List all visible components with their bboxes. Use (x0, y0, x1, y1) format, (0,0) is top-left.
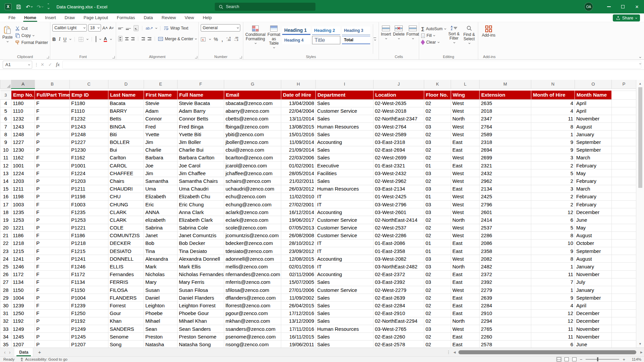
cell[interactable]: Uma (144, 185, 178, 193)
cell[interactable]: P1253 (70, 216, 108, 224)
cell[interactable]: 02-NorthEast-2294 (374, 317, 424, 325)
gallery-more-button[interactable] (373, 24, 377, 54)
customize-qat-icon[interactable] (48, 4, 49, 10)
cell[interactable]: P (35, 138, 70, 146)
cell[interactable]: Sales (316, 154, 374, 161)
style-heading-1[interactable]: Heading 1 (282, 27, 310, 35)
cell[interactable]: Customer Service (316, 216, 374, 224)
cell[interactable]: Janet (144, 231, 178, 239)
vertical-scroll-thumb[interactable] (638, 87, 642, 188)
cell[interactable]: 2086 (480, 239, 531, 247)
cell[interactable]: 12 (531, 208, 575, 216)
cell[interactable]: 2286 (480, 231, 531, 239)
cell[interactable]: 02-West-2286 (374, 231, 424, 239)
align-right-icon[interactable] (131, 37, 135, 40)
cell[interactable]: F1215 (70, 247, 108, 255)
cell[interactable]: April (575, 99, 612, 107)
cell[interactable] (612, 169, 636, 177)
font-name-select[interactable]: Calibri Light (52, 24, 87, 32)
cell[interactable]: P1004 (70, 294, 108, 302)
cell[interactable]: 02-West-2699 (374, 154, 424, 161)
find-select-button[interactable]: Find & Select (462, 24, 476, 54)
cell[interactable]: 1248 (11, 131, 35, 138)
cell[interactable]: 02-West-2589 (374, 131, 424, 138)
cell[interactable]: Senome (108, 333, 144, 341)
cell[interactable]: 11/02/2010 (281, 193, 316, 200)
cell[interactable]: P (35, 294, 70, 302)
column-header-C[interactable]: C (70, 80, 108, 89)
cell[interactable]: 13/11/2014 (281, 115, 316, 122)
cell[interactable]: 2347 (480, 115, 531, 122)
cell[interactable]: mkhan@zenco.com (224, 317, 281, 325)
format-painter-button[interactable]: Format Painter (15, 40, 48, 45)
cell[interactable]: Anna Clark (178, 208, 224, 216)
cell[interactable]: 13/12/2009 (281, 317, 316, 325)
cell[interactable]: FLANDERS (108, 294, 144, 302)
cell[interactable]: 21/09/2014 (281, 146, 316, 154)
cell[interactable]: East (451, 146, 480, 154)
cell[interactable]: 02 (424, 216, 451, 224)
row-number[interactable]: 24 (0, 255, 11, 263)
cell[interactable]: West (451, 177, 480, 185)
cell[interactable]: P (35, 255, 70, 263)
cell[interactable]: nfernandes@zenco.com (224, 270, 281, 278)
cell[interactable]: Sales (316, 317, 374, 325)
cell[interactable] (612, 286, 636, 294)
cell[interactable]: 03 (424, 169, 451, 177)
cell[interactable]: SANDERS (108, 325, 144, 332)
cell[interactable]: F (35, 286, 70, 294)
cell[interactable]: 2279 (480, 286, 531, 294)
cell[interactable]: P (35, 333, 70, 341)
cell[interactable]: 1227 (11, 138, 35, 146)
cell[interactable]: CHAFFEE (108, 169, 144, 177)
cell[interactable]: 2699 (480, 154, 531, 161)
cell[interactable]: Customer Service (316, 231, 374, 239)
cell[interactable]: 11/09/2002 (281, 294, 316, 302)
row-number[interactable]: 28 (0, 286, 11, 294)
cell[interactable]: Jim (144, 169, 178, 177)
cell[interactable]: 03 (424, 255, 451, 263)
cell[interactable]: 1 (531, 286, 575, 294)
search-input[interactable]: Search (215, 3, 315, 11)
cell[interactable]: echung@zenco.com (224, 200, 281, 208)
cell[interactable]: Jim Chaffee (178, 169, 224, 177)
cell[interactable]: 02 (424, 309, 451, 317)
cell[interactable]: ssanders@zenco.com (224, 325, 281, 332)
increase-font-icon[interactable]: A˄ (102, 25, 108, 31)
cell[interactable]: mellis@zenco.com (224, 263, 281, 270)
cell[interactable]: East (451, 138, 480, 146)
cell[interactable] (612, 123, 636, 131)
cell[interactable]: Human Resources (316, 123, 374, 131)
cell[interactable] (612, 278, 636, 286)
cell[interactable]: P (35, 131, 70, 138)
cell[interactable]: ELLIS (108, 263, 144, 270)
cell[interactable]: 1207 (11, 341, 35, 348)
increase-decimal-icon[interactable]: ←.0.00 (227, 37, 231, 42)
cell[interactable]: 02 (424, 302, 451, 309)
cell[interactable]: April (575, 107, 612, 115)
cell[interactable]: 02-East-2694 (374, 146, 424, 154)
cell[interactable]: August (575, 255, 612, 263)
cell[interactable]: 16/12/2014 (281, 208, 316, 216)
cell[interactable]: Gour (108, 309, 144, 317)
cell[interactable]: bdecker@zenco.com (224, 239, 281, 247)
row-number[interactable]: 18 (0, 208, 11, 216)
cell[interactable]: 01 (424, 247, 451, 255)
cell[interactable]: Connor Betts (178, 115, 224, 122)
cell[interactable]: 19/06/2017 (281, 216, 316, 224)
cell[interactable]: Sean Sanders (178, 325, 224, 332)
cell[interactable]: P1198 (70, 193, 108, 200)
cell[interactable]: Sabrina (144, 224, 178, 231)
cell[interactable]: Khan (108, 317, 144, 325)
cell[interactable]: 16/11/2015 (281, 333, 316, 341)
cell[interactable]: Preston Senome (178, 333, 224, 341)
cell[interactable]: September (575, 247, 612, 255)
cell[interactable]: Song (108, 341, 144, 348)
cell[interactable]: West (451, 193, 480, 200)
align-middle-icon[interactable] (126, 27, 131, 30)
style-heading-3[interactable]: Heading 3 (342, 27, 370, 35)
cell[interactable] (612, 131, 636, 138)
restore-button[interactable] (616, 0, 630, 13)
row-number[interactable]: 35 (0, 341, 11, 348)
cell[interactable]: sfilosa@zenco.com (224, 286, 281, 294)
